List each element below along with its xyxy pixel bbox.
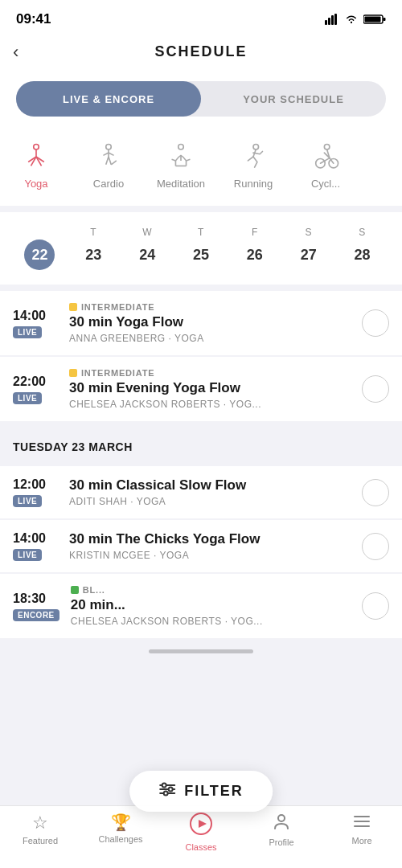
signal-icon (325, 14, 339, 25)
svg-point-4 (351, 22, 352, 23)
battery-icon (363, 14, 386, 25)
tuesday-schedule: 12:00 LIVE 30 min Classical Slow Flow AD… (0, 460, 402, 646)
svg-line-17 (109, 153, 114, 155)
svg-line-24 (187, 159, 191, 161)
tuesday-class-name-2: 30 min The Chicks Yoga Flow (69, 531, 351, 547)
tuesday-class-time-block-1: 12:00 LIVE (13, 477, 58, 507)
tuesday-class-name-1: 30 min Classical Slow Flow (69, 477, 351, 493)
classes-icon (190, 813, 212, 840)
day-friday-name: F (252, 227, 258, 238)
tuesday-section-header: TUESDAY 23 MARCH (0, 429, 402, 460)
class-time-block-1: 14:00 LIVE (13, 309, 58, 338)
tuesday-class-instructor-3: CHELSEA JACKSON ROBERTS · YOG... (71, 616, 351, 627)
day-wednesday-num: 24 (132, 240, 162, 270)
svg-point-29 (324, 144, 330, 149)
svg-rect-7 (365, 17, 381, 23)
status-time: 09:41 (16, 11, 51, 27)
day-monday-num: 22 (24, 240, 55, 270)
nav-challenges-label: Challenges (98, 834, 142, 844)
status-icons (325, 14, 386, 25)
category-running[interactable]: Running (217, 136, 289, 193)
tuesday-class-checkbox-2[interactable] (362, 533, 389, 560)
tuesday-class-badge-2: LIVE (13, 549, 42, 561)
svg-point-28 (253, 144, 259, 149)
class-name-2: 30 min Evening Yoga Flow (69, 380, 351, 396)
tuesday-class-name-3: 20 min... (71, 597, 351, 613)
nav-profile[interactable]: Profile (241, 813, 322, 852)
tuesday-class-level-label-3: BL... (83, 585, 105, 595)
challenges-icon: 🏆 (111, 813, 131, 832)
nav-featured[interactable]: ☆ Featured (0, 813, 80, 852)
filter-button[interactable]: FILTER (129, 771, 273, 812)
profile-icon (273, 813, 290, 835)
home-indicator (149, 649, 253, 653)
svg-line-19 (109, 157, 111, 165)
category-cycling-label: Cycl... (311, 178, 340, 190)
more-icon (353, 813, 371, 833)
nav-profile-label: Profile (269, 837, 293, 847)
day-thursday[interactable]: T 25 (174, 222, 228, 275)
tuesday-class-instructor-1: ADITI SHAH · YOGA (69, 496, 351, 507)
day-tuesday[interactable]: T 23 (67, 222, 121, 275)
category-meditation-label: Meditation (157, 178, 205, 190)
tuesday-class-item-1: 12:00 LIVE 30 min Classical Slow Flow AD… (0, 466, 402, 518)
class-level-1: INTERMEDIATE (69, 302, 351, 312)
svg-rect-2 (331, 15, 334, 25)
back-button[interactable]: ‹ (13, 42, 18, 63)
nav-more[interactable]: More (322, 813, 402, 852)
svg-line-20 (111, 161, 117, 165)
class-time-2: 22:00 (13, 375, 46, 389)
class-badge-1: LIVE (13, 326, 42, 338)
tuesday-class-info-3: BL... 20 min... CHELSEA JACKSON ROBERTS … (71, 585, 351, 627)
class-level-label-1: INTERMEDIATE (81, 302, 154, 312)
day-wednesday[interactable]: W 24 (121, 222, 174, 275)
running-icon (236, 139, 271, 174)
day-selector: M 22 T 23 W 24 T 25 F 26 S 27 S 28 (0, 212, 402, 285)
svg-point-37 (164, 792, 168, 796)
day-tuesday-name: T (90, 227, 96, 238)
svg-rect-0 (325, 20, 327, 25)
tuesday-class-checkbox-1[interactable] (362, 479, 389, 506)
class-item-2: 22:00 LIVE INTERMEDIATE 30 min Evening Y… (0, 357, 402, 421)
day-saturday[interactable]: S 27 (281, 222, 335, 275)
svg-rect-1 (328, 18, 330, 25)
day-sunday[interactable]: S 28 (335, 222, 389, 275)
category-meditation[interactable]: Meditation (145, 136, 217, 193)
svg-point-14 (106, 144, 112, 149)
tab-toggle-container: LIVE & ENCORE YOUR SCHEDULE (0, 72, 402, 129)
tab-toggle: LIVE & ENCORE YOUR SCHEDULE (16, 81, 386, 117)
filter-icon (158, 782, 176, 800)
day-thursday-name: T (198, 227, 204, 238)
featured-icon: ☆ (32, 813, 48, 833)
tuesday-class-time-3: 18:30 (13, 592, 46, 606)
svg-point-8 (34, 144, 39, 149)
day-friday[interactable]: F 26 (228, 222, 281, 275)
category-cycling[interactable]: Cycl... (289, 136, 362, 193)
nav-more-label: More (351, 836, 371, 845)
meditation-icon (163, 139, 199, 174)
level-indicator-3 (71, 586, 79, 594)
tab-live-encore[interactable]: LIVE & ENCORE (16, 81, 201, 117)
svg-point-35 (162, 784, 166, 788)
category-yoga[interactable]: Yoga (0, 136, 72, 193)
class-checkbox-2[interactable] (362, 375, 389, 403)
status-bar: 09:41 (0, 0, 402, 35)
category-list: Yoga Cardio (0, 129, 402, 206)
nav-classes[interactable]: Classes (161, 813, 241, 852)
class-instructor-1: ANNA GREENBERG · YOGA (69, 333, 351, 344)
tab-your-schedule[interactable]: YOUR SCHEDULE (201, 81, 386, 117)
nav-challenges[interactable]: 🏆 Challenges (80, 813, 161, 852)
class-info-1: INTERMEDIATE 30 min Yoga Flow ANNA GREEN… (69, 302, 351, 344)
day-saturday-name: S (305, 227, 312, 238)
category-cardio[interactable]: Cardio (72, 136, 145, 193)
level-indicator-1 (69, 303, 77, 311)
tuesday-class-info-2: 30 min The Chicks Yoga Flow KRISTIN MCGE… (69, 531, 351, 561)
day-monday[interactable]: M 22 (13, 222, 67, 275)
class-badge-2: LIVE (13, 392, 42, 404)
day-wednesday-name: W (142, 227, 152, 238)
tuesday-class-checkbox-3[interactable] (362, 592, 389, 620)
tuesday-class-info-1: 30 min Classical Slow Flow ADITI SHAH · … (69, 477, 351, 507)
cycling-icon (308, 139, 343, 174)
svg-point-36 (169, 788, 173, 792)
class-checkbox-1[interactable] (362, 309, 389, 337)
